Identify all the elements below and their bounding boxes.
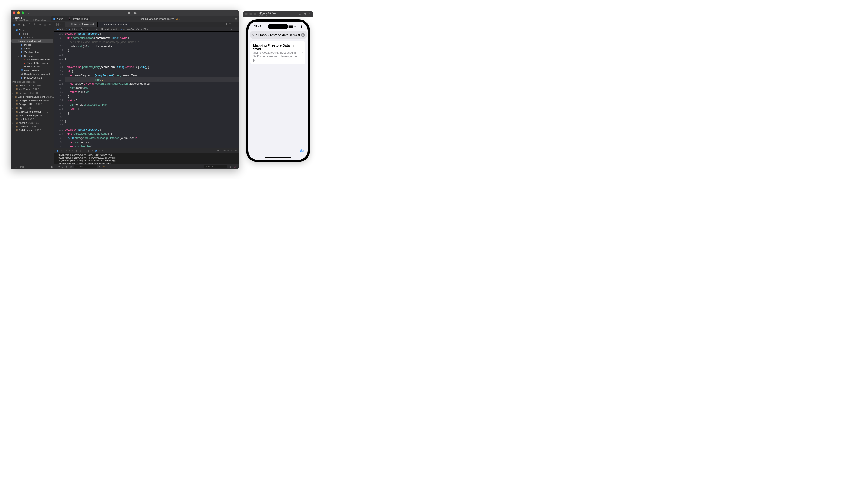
editor-mode-icon[interactable]: ⇄ — [224, 22, 227, 26]
tree-file-notesapp[interactable]: ⬩NotesApp.swift — [10, 65, 54, 68]
package-item[interactable]: ›▦GoogleUtilities 7.13.1 — [10, 102, 54, 106]
debug-location-icon[interactable]: ◈ — [88, 150, 90, 152]
console-filter[interactable]: ⌕ — [204, 165, 227, 168]
tree-file-assets[interactable]: ▦Assets.xcassets — [10, 68, 54, 72]
home-indicator[interactable] — [265, 157, 291, 158]
issue-navigator-icon[interactable]: ⚠ — [33, 23, 36, 26]
minimap-toggle-icon[interactable]: ▭ — [235, 150, 237, 152]
screenshot-icon[interactable]: ⊞ — [304, 13, 306, 15]
debug-sim-icon[interactable]: ⟐ — [92, 150, 93, 152]
package-item[interactable]: ›▦nanopb 2.30910.0 — [10, 121, 54, 125]
package-item[interactable]: ›▦leveldb 1.22.5 — [10, 117, 54, 121]
recent-icon[interactable]: ◧ — [51, 165, 53, 168]
iphone-screen[interactable]: 09:41 ▮▮▮▮ ᯤ ▬▮ ⚲ n I map Firestone data… — [248, 22, 308, 160]
debug-env-icon[interactable]: ⚙ — [84, 150, 86, 152]
stop-button-icon[interactable]: ■ — [128, 11, 130, 15]
console-split-icon[interactable]: ▯▮ — [234, 165, 237, 168]
variables-filter[interactable]: ⌕ — [74, 165, 97, 168]
code-editor[interactable]: 1081091151161171181191201211221231241251… — [55, 32, 239, 148]
continue-icon[interactable]: ⏸ — [61, 150, 63, 152]
tab-notesrepository[interactable]: ⬩ NotesRepository.swift — [98, 22, 130, 27]
close-window-button[interactable] — [13, 11, 16, 14]
test-navigator-icon[interactable]: ◇ — [39, 23, 41, 26]
search-field[interactable]: ⚲ n I map Firestone data in Swift ✕ — [250, 31, 307, 39]
bookmark-navigator-icon[interactable]: ◧ — [23, 23, 25, 26]
package-item[interactable]: ›▦GoogleAppMeasurement 10.24.0 — [10, 95, 54, 98]
sim-zoom-button[interactable] — [254, 13, 256, 15]
tree-file-notes-repository[interactable]: ⬩NotesRepository.swift — [11, 39, 53, 43]
tree-file-noteeditscreen[interactable]: ⬩NoteEditScreen.swift — [10, 61, 54, 65]
breakpoint-toggle-icon[interactable]: ◆ — [57, 150, 58, 152]
package-item[interactable]: ›▦GTMSessionFetcher 3.4.1 — [10, 110, 54, 114]
titlebar-right-icon[interactable]: ▭ — [234, 11, 237, 15]
warning-badge[interactable]: ⚠ 2 — [176, 17, 180, 20]
tree-folder-notes[interactable]: ⌄▮Notes — [10, 32, 54, 36]
trash-icon[interactable]: 🗑 — [229, 165, 232, 168]
home-icon[interactable]: ⌂ — [299, 13, 301, 15]
sim-close-button[interactable] — [245, 13, 248, 15]
package-item[interactable]: ›▦AppCheck 10.19.0 — [10, 87, 54, 91]
share-icon[interactable]: ⇧ — [309, 13, 311, 15]
auto-variables-label[interactable]: Auto ◇ — [57, 165, 63, 168]
related-items-icon[interactable]: ▦ — [56, 22, 60, 26]
tree-file-noteslistscreen[interactable]: ⬩NotesListScreen.swift — [10, 58, 54, 61]
tree-folder-services[interactable]: ⌄▮Services — [10, 36, 54, 39]
tree-folder-model[interactable]: ›▮Model — [10, 43, 54, 46]
tree-file-googleservice[interactable]: ⊞GoogleService-Info.plist — [10, 72, 54, 76]
tree-folder-screens[interactable]: ⌄▮Screens — [10, 54, 54, 58]
nav-forward-icon[interactable]: › — [62, 22, 63, 26]
tree-folder-viewmodifiers[interactable]: ›▮ViewModifiers — [10, 50, 54, 54]
scheme-info[interactable]: Notes #1 – Add "Notes for iOS" sample ap… — [15, 17, 48, 21]
compose-button-icon[interactable]: ✍︎ — [300, 148, 304, 154]
add-file-icon[interactable]: + — [12, 165, 13, 168]
package-item[interactable]: ›▦Firebase 10.24.0 — [10, 91, 54, 95]
clear-search-icon[interactable]: ✕ — [301, 33, 305, 37]
step-over-icon[interactable]: ↷ — [65, 150, 67, 152]
minimize-window-button[interactable] — [17, 11, 20, 14]
console-user-icon[interactable]: ⚇ — [103, 165, 105, 168]
nav-back-icon[interactable]: ‹ — [60, 22, 61, 26]
debug-memory-icon[interactable]: ⊞ — [80, 150, 82, 152]
jump-bar[interactable]: ▣ Notes〉 ▮ Notes〉 Services〉 ⬩ NotesRepos… — [55, 27, 239, 32]
package-item[interactable]: ›▦Promises 2.4.0 — [10, 125, 54, 128]
console-filter-input[interactable] — [208, 165, 226, 168]
zoom-window-button[interactable] — [22, 11, 24, 14]
find-navigator-icon[interactable]: ⚲ — [28, 23, 30, 26]
package-item[interactable]: ›▦gRPC 1.62.2 — [10, 106, 54, 110]
package-item[interactable]: ›▦GoogleDataTransport 9.4.0 — [10, 98, 54, 102]
debug-navigator-icon[interactable]: ⊞ — [44, 23, 46, 26]
breakpoint-navigator-icon[interactable]: ◈ — [49, 23, 51, 26]
editor-options-icon[interactable]: ≡ — [229, 22, 231, 26]
run-button-icon[interactable]: ▶ — [134, 11, 137, 15]
tab-noteslistscreen[interactable]: ⬩ NotesListScreen.swift — [65, 22, 98, 27]
scheme-target[interactable]: ▣ Notes 〉 📱 iPhone 15 Pro — [51, 17, 90, 21]
console-meta-icon[interactable]: ⊙ — [99, 165, 101, 168]
step-out-icon[interactable]: ↑ — [72, 150, 73, 152]
debug-view-icon[interactable]: ▦ — [75, 150, 78, 152]
eye-icon[interactable]: ◉ — [66, 165, 68, 168]
toggle-navigator-icon[interactable]: ▭ — [28, 11, 31, 15]
step-into-icon[interactable]: ↓ — [69, 150, 70, 152]
package-item[interactable]: ›▦SwiftProtobuf 1.26.0 — [10, 128, 54, 132]
toggle-inspector-icon[interactable]: ▭ — [235, 17, 237, 20]
variables-filter-input[interactable] — [78, 165, 95, 168]
code-content[interactable]: extension NotesRepository { func semanti… — [65, 32, 239, 148]
quicklook-icon[interactable]: ⊞ — [70, 165, 71, 168]
project-navigator-icon[interactable]: ▦ — [13, 23, 15, 26]
source-control-navigator-icon[interactable]: ⑂ — [18, 23, 20, 26]
tree-root[interactable]: ⌄▣Notes — [10, 28, 54, 32]
debug-console[interactable]: ["GybbVqm9jHoaodmwVpYv", "sJK34Rz9iBfWis… — [55, 153, 239, 164]
package-item[interactable]: ›▦abseil 1.2024011601.1 — [10, 84, 54, 87]
tree-folder-views[interactable]: ›▮Views — [10, 46, 54, 50]
jumpbar-prev-icon[interactable]: ‹ — [231, 28, 232, 31]
sim-minimize-button[interactable] — [249, 13, 252, 15]
tree-folder-preview[interactable]: ›▮Preview Content — [10, 76, 54, 80]
debug-scheme-label[interactable]: Notes — [99, 150, 105, 152]
search-result-item[interactable]: Mapping Firestore Data in Swift Swift's … — [250, 41, 305, 64]
sidebar-filter-input[interactable] — [19, 165, 49, 168]
jumpbar-list-icon[interactable]: ≡ — [235, 28, 237, 31]
add-editor-icon[interactable]: ▭ — [234, 22, 237, 26]
package-item[interactable]: ›▦InteropForGoogle 100.0.0 — [10, 114, 54, 117]
add-tab-icon[interactable]: + — [229, 18, 235, 20]
jumpbar-next-icon[interactable]: › — [234, 28, 234, 31]
